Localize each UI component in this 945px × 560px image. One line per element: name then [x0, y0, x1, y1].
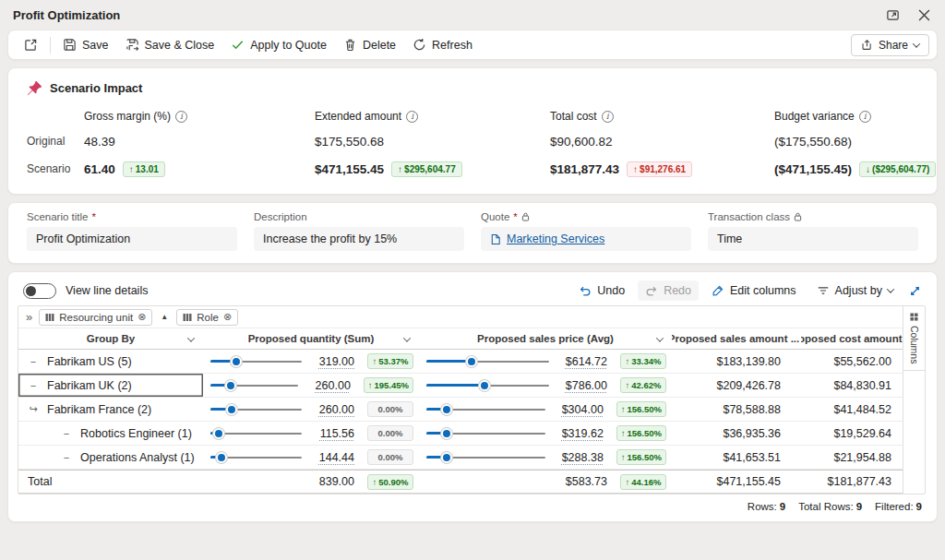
group-name: Robotics Engineer (1)	[80, 427, 192, 440]
cost-amount-cell: $84,830.91	[801, 374, 903, 397]
row-expander-icon[interactable]: −	[61, 452, 72, 463]
price-change-badge: ↑ 33.34%	[620, 353, 666, 369]
window-titlebar: Profit Optimization	[0, 0, 945, 30]
remove-group-icon[interactable]: ⊗	[223, 312, 232, 322]
row-expander-icon[interactable]: −	[61, 428, 72, 439]
row-expander-icon[interactable]: ↪	[28, 403, 39, 415]
close-icon[interactable]	[916, 7, 932, 23]
quantity-slider[interactable]	[210, 378, 298, 393]
price-slider[interactable]	[426, 426, 545, 441]
slider-thumb[interactable]	[479, 380, 490, 391]
refresh-button[interactable]: Refresh	[404, 33, 481, 56]
slider-thumb[interactable]	[441, 404, 452, 415]
price-value[interactable]: $288.38	[552, 451, 604, 464]
quantity-slider[interactable]	[210, 450, 302, 465]
scenario-title-input[interactable]: Profit Optimization	[27, 227, 237, 251]
table-row[interactable]: − Fabrikam US (5) 319.00 ↑ 53.37% $614.7…	[18, 350, 903, 374]
column-header-group-by[interactable]: Group By	[18, 328, 203, 349]
quantity-slider[interactable]	[210, 426, 302, 441]
price-value[interactable]: $786.00	[556, 379, 607, 392]
original-budget-variance: ($175,550.68)	[774, 129, 936, 153]
share-button[interactable]: Share	[851, 34, 929, 56]
refresh-icon	[413, 38, 426, 52]
price-slider[interactable]	[426, 354, 549, 369]
quantity-slider[interactable]	[210, 402, 302, 417]
price-slider[interactable]	[426, 450, 545, 465]
info-icon[interactable]: i	[406, 111, 418, 123]
table-row[interactable]: − Operations Analyst (1) 144.44 0.00% $2…	[18, 446, 903, 470]
columns-side-rail: Columns	[903, 306, 925, 494]
edit-columns-button[interactable]: Edit columns	[704, 280, 804, 301]
quantity-value[interactable]: 319.00	[308, 355, 354, 368]
expand-grid-icon[interactable]	[906, 282, 924, 300]
slider-thumb[interactable]	[213, 428, 224, 439]
delta-badge: ↓ ($295,604.77)	[859, 161, 936, 177]
columns-panel-tab[interactable]: Columns	[903, 306, 925, 371]
column-header-proposed-cost-amount[interactable]: Proposed cost amount...	[801, 328, 903, 349]
slider-thumb[interactable]	[225, 380, 236, 391]
view-line-details-toggle[interactable]	[23, 283, 56, 299]
quote-link[interactable]: Marketing Services	[507, 232, 604, 245]
price-value[interactable]: $304.00	[552, 403, 604, 416]
slider-thumb[interactable]	[226, 404, 237, 415]
adjust-by-button[interactable]: Adjust by	[809, 280, 901, 301]
apply-to-quote-button[interactable]: Apply to Quote	[222, 33, 335, 56]
quantity-value[interactable]: 115.56	[308, 427, 354, 440]
quantity-change-badge: 0.00%	[367, 425, 413, 441]
open-in-new-window-button[interactable]	[16, 33, 46, 56]
slider-thumb[interactable]	[466, 356, 477, 367]
group-by-bar: » Resourcing unit ⊗ ▲ Role ⊗	[18, 306, 903, 328]
remove-group-icon[interactable]: ⊗	[138, 312, 146, 322]
group-chip-resourcing-unit[interactable]: Resourcing unit ⊗	[39, 309, 152, 326]
price-value[interactable]: $614.72	[556, 355, 607, 368]
transaction-class-input[interactable]: Time	[708, 227, 918, 251]
info-icon[interactable]: i	[859, 111, 871, 123]
quantity-value[interactable]: 260.00	[308, 403, 354, 416]
slider-thumb[interactable]	[441, 428, 452, 439]
column-header-proposed-sales-amount[interactable]: Proposed sales amount ...	[672, 328, 801, 349]
grid-footer: Rows:9 Total Rows:9 Filtered:9	[18, 494, 926, 516]
price-value[interactable]: $319.62	[552, 427, 604, 440]
group-chip-role[interactable]: Role ⊗	[176, 309, 238, 326]
form-section: Scenario title* Profit Optimization Desc…	[7, 202, 938, 264]
column-header-proposed-sales-price[interactable]: Proposed sales price (Avg)	[419, 328, 672, 349]
price-slider[interactable]	[426, 378, 549, 393]
quantity-change-badge: ↑ 195.45%	[364, 377, 413, 393]
save-and-close-button[interactable]: Save & Close	[117, 33, 223, 56]
info-icon[interactable]: i	[602, 111, 614, 123]
sort-ascending-icon: ▲	[161, 313, 168, 321]
delete-button[interactable]: Delete	[335, 33, 404, 56]
quote-lookup-field[interactable]: Marketing Services	[481, 227, 691, 251]
total-label: Total	[28, 475, 52, 488]
slider-thumb[interactable]	[231, 356, 242, 367]
popout-icon[interactable]	[884, 6, 902, 24]
info-icon[interactable]: i	[175, 111, 187, 123]
row-expander-icon[interactable]: −	[28, 380, 39, 391]
slider-thumb[interactable]	[216, 452, 227, 463]
price-slider[interactable]	[426, 402, 545, 417]
row-expander-icon[interactable]: −	[28, 356, 39, 367]
grid-header-row: Group By Proposed quantity (Sum) Propose…	[18, 328, 903, 350]
redo-button[interactable]: Redo	[638, 280, 699, 301]
original-total-cost: $90,600.82	[550, 129, 774, 153]
collapse-groups-icon[interactable]: »	[26, 310, 30, 324]
description-input[interactable]: Increase the profit by 15%	[254, 227, 464, 251]
delta-badge: ↑ $295,604.77	[391, 161, 462, 177]
slider-thumb[interactable]	[441, 452, 452, 463]
table-row[interactable]: ↪ Fabrikam France (2) 260.00 0.00% $304.…	[18, 398, 903, 422]
undo-button[interactable]: Undo	[571, 280, 632, 301]
total-quantity: 839.00	[308, 475, 354, 488]
metric-header: Gross margin (%)	[84, 110, 171, 123]
quantity-value[interactable]: 144.44	[308, 451, 354, 464]
quantity-slider[interactable]	[210, 354, 302, 369]
total-sales-amount: $471,155.45	[672, 471, 801, 493]
save-button[interactable]: Save	[54, 33, 117, 56]
column-header-proposed-quantity[interactable]: Proposed quantity (Sum)	[203, 328, 419, 349]
cost-amount-cell: $21,954.88	[801, 446, 903, 469]
scenario-row-label: Scenario	[27, 157, 84, 181]
table-row[interactable]: − Fabrikam UK (2) 260.00 ↑ 195.45% $786.…	[18, 374, 903, 398]
metric-header: Extended amount	[315, 110, 401, 123]
table-row[interactable]: − Robotics Engineer (1) 115.56 0.00% $31…	[18, 422, 903, 446]
quantity-value[interactable]: 260.00	[305, 379, 351, 392]
filtered-count: 9	[916, 501, 922, 512]
